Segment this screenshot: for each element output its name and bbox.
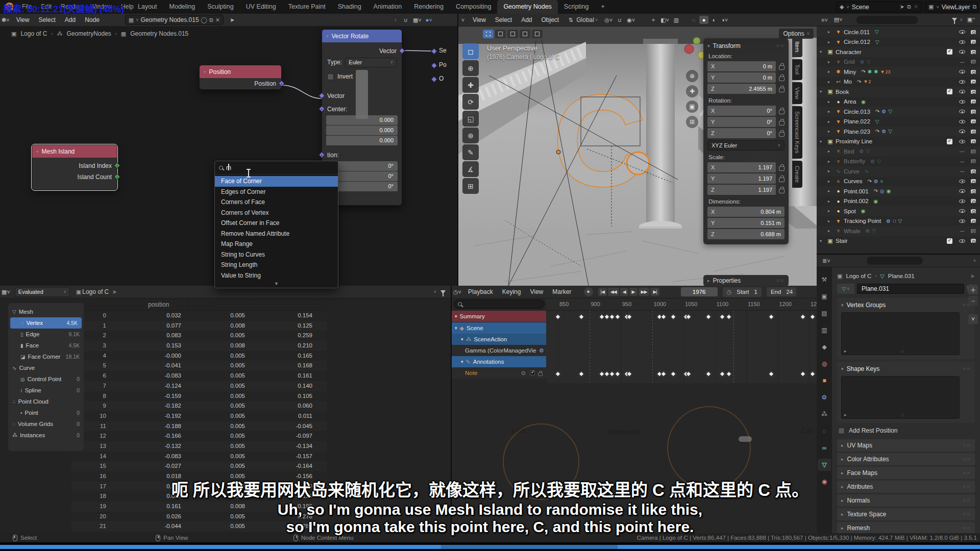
lock-icon[interactable] bbox=[779, 132, 785, 137]
tool-button[interactable]: ∡ bbox=[462, 161, 479, 177]
collection-checkbox[interactable] bbox=[947, 49, 952, 55]
filter-funnel-icon[interactable] bbox=[952, 18, 957, 21]
camera-visibility-icon[interactable] bbox=[970, 89, 977, 95]
outliner-row[interactable]: Book bbox=[817, 87, 980, 97]
table-row[interactable]: 11-0.1880.005-0.045 bbox=[71, 421, 327, 432]
visibility-eye-icon[interactable] bbox=[959, 168, 966, 174]
table-row[interactable]: 7-0.1240.0050.140 bbox=[71, 381, 327, 391]
data-source-item[interactable]: Point 0 bbox=[8, 407, 84, 418]
camera-visibility-icon[interactable] bbox=[970, 39, 977, 45]
visibility-eye-icon[interactable] bbox=[959, 218, 966, 224]
table-row[interactable]: 9-0.1820.0050.060 bbox=[71, 401, 327, 411]
visibility-eye-icon[interactable] bbox=[959, 59, 966, 65]
play-button[interactable]: ▶ bbox=[629, 288, 638, 296]
lock-icon[interactable] bbox=[779, 121, 785, 126]
visibility-eye-icon[interactable] bbox=[959, 98, 966, 105]
expand-arrow-icon[interactable] bbox=[828, 30, 833, 34]
location-field[interactable]: X0 m bbox=[707, 61, 776, 71]
copy-icon[interactable]: ⧉ bbox=[972, 4, 976, 10]
pin-icon[interactable]: ➤ bbox=[900, 4, 904, 10]
outliner-row[interactable]: Plane.022 bbox=[817, 117, 980, 127]
outliner-row[interactable]: Curve bbox=[817, 166, 980, 177]
channel-annotations[interactable]: ▾✎Annotations bbox=[452, 356, 546, 367]
expand-arrow-icon[interactable] bbox=[828, 179, 833, 184]
object-name[interactable]: Book bbox=[836, 89, 849, 95]
sidebar-tab[interactable]: Create bbox=[792, 161, 802, 188]
collection-checkbox[interactable] bbox=[947, 89, 952, 94]
outliner-row[interactable]: Curves bbox=[817, 177, 980, 187]
object-name[interactable]: Butterfly bbox=[844, 158, 865, 164]
add-rest-position-checkbox[interactable] bbox=[838, 428, 845, 434]
object-name[interactable]: Tracking Point bbox=[844, 218, 881, 224]
data-source-item[interactable]: Spline 0 bbox=[8, 385, 84, 396]
current-frame-field[interactable]: 1976 bbox=[681, 287, 718, 296]
expand-arrow-icon[interactable] bbox=[828, 129, 833, 134]
frame-start-field[interactable]: ◷ Start1 bbox=[723, 287, 762, 297]
camera-visibility-icon[interactable] bbox=[970, 59, 977, 65]
keyframe-diamond[interactable] bbox=[810, 371, 816, 377]
workspace-tab[interactable]: Rendering bbox=[408, 0, 450, 14]
editor-type-icon[interactable]: ≣˅ bbox=[821, 257, 832, 265]
search-result-item[interactable]: Value to String bbox=[215, 270, 338, 281]
menu-playback[interactable]: Playback bbox=[464, 286, 497, 297]
data-source-item[interactable]: Edge 9.1K bbox=[8, 329, 84, 340]
vector-output-socket[interactable] bbox=[278, 80, 285, 87]
search-result-item[interactable]: String to Curves bbox=[215, 249, 338, 260]
camera-visibility-icon[interactable] bbox=[970, 69, 977, 75]
viewlayer-selector[interactable]: ▣ ˅ ViewLayer ⧉ bbox=[925, 2, 978, 12]
properties-tab[interactable] bbox=[818, 408, 831, 420]
object-name[interactable]: Point.002 bbox=[844, 198, 869, 204]
add-button[interactable]: ＋ bbox=[968, 285, 978, 294]
mesh-island-node[interactable]: ▾Mesh Island Island Index Island Count bbox=[32, 144, 117, 190]
shape-keys-header[interactable]: ▾Shape Keys⁙⁙ bbox=[841, 364, 971, 374]
expand-arrow-icon[interactable] bbox=[828, 229, 833, 233]
mesh-island-node-header[interactable]: ▾Mesh Island bbox=[32, 145, 117, 158]
rotation-field[interactable]: Y0° bbox=[707, 117, 776, 127]
vertex-groups-header[interactable]: ▾Vertex Groups⁙⁙ bbox=[841, 300, 971, 310]
search-result-item[interactable]: Edges of Corner bbox=[215, 187, 338, 197]
properties-collapsed-panel[interactable]: ▸Properties⁙⁙ bbox=[703, 275, 789, 286]
channel-note[interactable]: Note ⊙ bbox=[452, 367, 546, 379]
editor-type-icon[interactable]: ✽˅ bbox=[0, 16, 11, 24]
outliner-row[interactable]: Bird bbox=[817, 146, 980, 157]
editor-type-icon[interactable]: ◷˅ bbox=[452, 288, 463, 296]
table-row[interactable]: 00.0320.0050.154 bbox=[71, 311, 327, 321]
workspace-tab[interactable]: Compositing bbox=[450, 0, 497, 14]
collection-checkbox[interactable] bbox=[947, 238, 952, 244]
object-name[interactable]: Circle.011 bbox=[844, 29, 870, 35]
camera-visibility-icon[interactable] bbox=[970, 218, 977, 224]
editor-type-icon[interactable]: ▦˅ bbox=[0, 288, 12, 296]
keyframe-diamond[interactable] bbox=[671, 314, 676, 319]
camera-visibility-icon[interactable] bbox=[970, 238, 977, 244]
sidebar-tab[interactable]: Screencast Keys bbox=[792, 106, 802, 159]
tool-button[interactable]: ⊛ bbox=[462, 128, 479, 143]
collapsed-panel[interactable]: ▸UV Maps⁙⁙ bbox=[837, 439, 975, 452]
column-header-position[interactable]: position bbox=[148, 301, 169, 308]
rotation-field[interactable]: X0° bbox=[707, 106, 776, 116]
table-row[interactable]: 10-0.1920.0050.011 bbox=[71, 411, 327, 421]
menu-keying[interactable]: Keying bbox=[498, 286, 525, 297]
search-result-item[interactable]: Face of Corner bbox=[215, 176, 338, 187]
outliner-row[interactable]: Mo 2 bbox=[817, 77, 980, 87]
outliner-row[interactable]: Circle.011 bbox=[817, 27, 980, 37]
snap-magnet-icon[interactable]: ∪ bbox=[615, 16, 624, 24]
select-mode-new[interactable] bbox=[483, 30, 494, 38]
camera-visibility-icon[interactable] bbox=[970, 129, 977, 135]
menu-object[interactable]: Object bbox=[537, 14, 564, 26]
keyframe-diamond[interactable] bbox=[609, 314, 615, 319]
breadcrumb-modifier[interactable]: GeometryNodes bbox=[66, 30, 111, 37]
search-result-item[interactable]: Remove Named Attribute bbox=[215, 229, 338, 239]
keyframe-diamond[interactable] bbox=[769, 371, 774, 377]
proportional-icon[interactable]: ◉˅ bbox=[625, 16, 636, 24]
table-row[interactable]: 14-0.0830.005-0.157 bbox=[71, 452, 327, 462]
transform-orientation[interactable]: Global bbox=[576, 16, 594, 23]
workspace-tab[interactable]: Scripting bbox=[558, 0, 595, 14]
menu-marker[interactable]: Marker bbox=[548, 286, 575, 297]
filter-funnel-icon[interactable] bbox=[440, 290, 446, 294]
workspace-tab[interactable]: Geometry Nodes bbox=[497, 0, 557, 14]
scale-field[interactable]: X1.197 bbox=[707, 162, 776, 172]
integer-output-socket[interactable] bbox=[114, 173, 120, 180]
node-tree-selector[interactable]: ▦ ˅ Geometry Nodes.015 ◯ ⧉ ✕ bbox=[125, 15, 224, 25]
dimension-field[interactable]: Z0.688 m bbox=[707, 229, 785, 239]
keyframe-diamond[interactable] bbox=[800, 371, 805, 377]
